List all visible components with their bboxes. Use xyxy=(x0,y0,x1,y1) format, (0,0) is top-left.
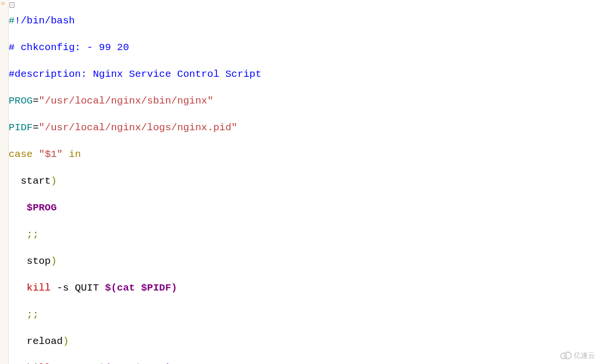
paren: ) xyxy=(51,176,57,187)
code-line: kill -s QUIT $(cat $PIDF) xyxy=(9,281,310,295)
case-end: ;; xyxy=(9,309,39,320)
args: -s QUIT xyxy=(51,282,105,293)
command: kill xyxy=(9,282,51,293)
string: "/usr/local/nginx/logs/nginx.pid" xyxy=(39,122,237,133)
code-line: stop) xyxy=(9,255,310,268)
case-label: reload xyxy=(9,336,63,347)
editor-gutter: ◻ xyxy=(0,0,9,364)
paren: ) xyxy=(51,256,57,267)
comment: # xyxy=(9,15,15,26)
case-end: ;; xyxy=(9,229,39,240)
subshell: $(cat $PIDF) xyxy=(105,282,177,293)
assign-op: = xyxy=(32,95,39,106)
string: "/usr/local/nginx/sbin/nginx" xyxy=(39,95,213,106)
code-line: #!/bin/bash xyxy=(9,14,310,28)
code-line: kill -s HUP $(cat $PIDF) xyxy=(9,362,310,364)
watermark-text: 亿速云 xyxy=(574,349,595,362)
code-editor-content[interactable]: #!/bin/bash # chkconfig: - 99 20 #descri… xyxy=(9,1,310,364)
code-line: PIDF="/usr/local/nginx/logs/nginx.pid" xyxy=(9,121,310,135)
code-line: case "$1" in xyxy=(9,148,310,161)
keyword: in xyxy=(69,149,81,160)
paren: ) xyxy=(63,336,69,347)
variable: PROG xyxy=(9,95,32,106)
string: "$1" xyxy=(32,149,69,160)
code-line: ;; xyxy=(9,308,310,322)
code-line: start) xyxy=(9,175,310,188)
watermark: 亿速云 xyxy=(560,349,595,362)
shebang: !/bin/bash xyxy=(15,15,75,26)
code-line: # chkconfig: - 99 20 xyxy=(9,41,310,54)
assign-op: = xyxy=(32,122,39,133)
code-line: ;; xyxy=(9,228,310,241)
comment: # chkconfig: - 99 20 xyxy=(9,42,129,53)
comment: #description: Nginx Service Control Scri… xyxy=(9,69,261,80)
code-line: reload) xyxy=(9,335,310,348)
bookmark-icon: ◻ xyxy=(1,1,6,6)
code-line: #description: Nginx Service Control Scri… xyxy=(9,68,310,81)
variable: PIDF xyxy=(9,122,32,133)
keyword: case xyxy=(9,149,32,160)
case-label: start xyxy=(9,176,51,187)
code-line: PROG="/usr/local/nginx/sbin/nginx" xyxy=(9,94,310,108)
var-ref: $PROG xyxy=(9,202,57,213)
watermark-logo-icon xyxy=(560,352,572,359)
case-label: stop xyxy=(9,256,51,267)
code-line: $PROG xyxy=(9,201,310,215)
